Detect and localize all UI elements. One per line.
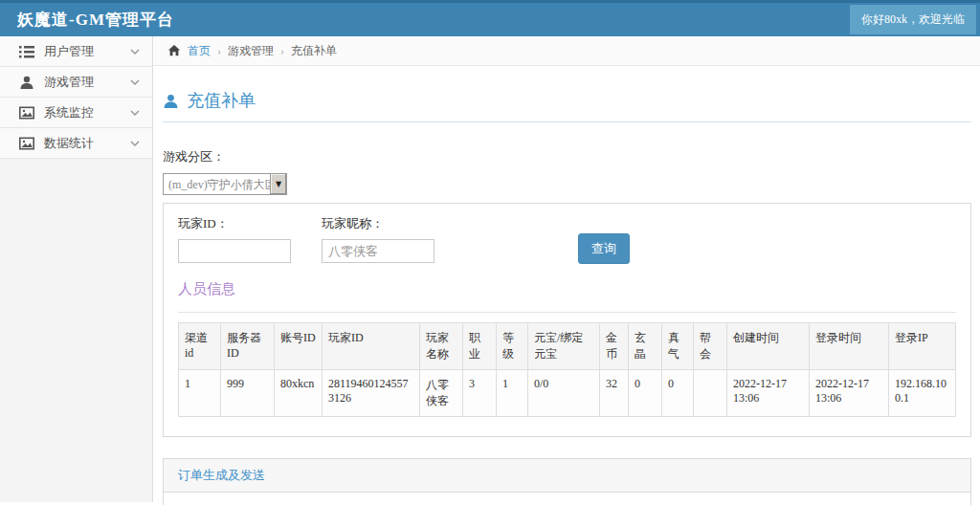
sidebar-item-game-management[interactable]: 游戏管理 (0, 67, 152, 98)
zone-select[interactable]: (m_dev)守护小倩大区 ▼ (163, 173, 287, 195)
top-header-bar: 妖魔道-GM管理平台 你好80xk，欢迎光临 (0, 0, 980, 36)
column-header: 玄晶 (629, 323, 662, 370)
player-id-label: 玩家ID： (178, 215, 291, 232)
table-cell: 八零侠客 (420, 370, 463, 417)
table-cell: 0 (662, 370, 694, 417)
column-header: 金币 (600, 323, 629, 370)
breadcrumb-separator: › (217, 44, 221, 58)
column-header: 职业 (463, 323, 497, 370)
zone-select-label: 游戏分区： (163, 148, 971, 165)
list-icon (19, 44, 34, 59)
breadcrumb-link-home[interactable]: 首页 (188, 43, 211, 59)
search-fields-row: 玩家ID： 玩家昵称： 查询 (178, 215, 956, 264)
order-panel: 订单生成及发送 订单 (163, 458, 971, 505)
order-panel-header[interactable]: 订单生成及发送 (164, 459, 970, 493)
table-cell: 32 (600, 370, 629, 417)
breadcrumb: 首页 › 游戏管理 › 充值补单 (153, 36, 980, 66)
app-title: 妖魔道-GM管理平台 (17, 9, 174, 31)
player-id-input[interactable] (178, 239, 291, 263)
welcome-badge[interactable]: 你好80xk，欢迎光临 (850, 5, 976, 34)
column-header: 元宝/绑定元宝 (528, 323, 600, 370)
table-cell: 1 (179, 370, 221, 417)
image-icon (19, 136, 34, 151)
search-button[interactable]: 查询 (578, 233, 630, 264)
breadcrumb-item-game-management: 游戏管理 (228, 43, 274, 59)
home-icon (167, 44, 181, 57)
sidebar-item-label: 数据统计 (44, 135, 129, 152)
table-cell: 2022-12-17 13:06 (727, 370, 810, 417)
column-header: 创建时间 (727, 323, 810, 370)
zone-select-value: (m_dev)守护小倩大区 (164, 174, 270, 194)
dropdown-arrow-icon[interactable]: ▼ (270, 174, 286, 194)
image-icon (19, 105, 34, 121)
sidebar: 用户管理 游戏管理 系统监控 (0, 36, 153, 502)
table-cell: 0/0 (528, 370, 600, 417)
player-info-section-title: 人员信息 (178, 280, 956, 298)
page-title: 充值补单 (163, 89, 971, 112)
user-icon (19, 75, 34, 90)
chevron-down-icon (129, 107, 141, 119)
table-cell: 80xkcn (275, 370, 323, 417)
player-table: 渠道id服务器ID账号ID玩家ID玩家名称职业等级元宝/绑定元宝金币玄晶真气帮会… (178, 322, 956, 417)
column-header: 账号ID (275, 323, 323, 370)
column-header: 帮会 (694, 323, 727, 370)
column-header: 登录IP (889, 323, 956, 370)
breadcrumb-item-current: 充值补单 (291, 43, 337, 59)
column-header: 服务器ID (221, 323, 275, 370)
table-cell: 281194601245573126 (323, 370, 420, 417)
sidebar-item-data-statistics[interactable]: 数据统计 (0, 128, 152, 159)
breadcrumb-separator: › (280, 44, 284, 58)
nickname-label: 玩家昵称： (322, 215, 434, 232)
title-divider (163, 121, 971, 122)
column-header: 等级 (497, 323, 528, 370)
column-header: 玩家名称 (420, 323, 463, 370)
chevron-down-icon (129, 77, 141, 88)
order-panel-body: 订单 (164, 493, 970, 505)
column-header: 真气 (662, 323, 694, 370)
page-wrapper: 用户管理 游戏管理 系统监控 (0, 36, 980, 502)
table-header-row: 渠道id服务器ID账号ID玩家ID玩家名称职业等级元宝/绑定元宝金币玄晶真气帮会… (179, 323, 956, 370)
sidebar-item-label: 系统监控 (44, 104, 129, 121)
sidebar-item-label: 用户管理 (44, 43, 129, 60)
chevron-down-icon (129, 46, 141, 57)
user-icon (163, 93, 179, 109)
sidebar-item-system-monitor[interactable]: 系统监控 (0, 98, 152, 128)
sidebar-item-user-management[interactable]: 用户管理 (0, 36, 152, 67)
column-header: 玩家ID (323, 323, 420, 370)
table-cell (694, 370, 727, 417)
nickname-input[interactable] (322, 239, 434, 263)
column-header: 渠道id (179, 323, 221, 370)
table-cell: 0 (629, 370, 662, 417)
table-cell: 1 (497, 370, 528, 417)
content: 充值补单 游戏分区： (m_dev)守护小倩大区 ▼ 玩家ID： 玩家昵称： (153, 89, 980, 505)
chevron-down-icon (129, 138, 141, 149)
sidebar-item-label: 游戏管理 (44, 74, 129, 91)
table-cell: 3 (463, 370, 497, 417)
nickname-field-group: 玩家昵称： (322, 215, 434, 263)
table-cell: 999 (221, 370, 275, 417)
table-row: 199980xkcn281194601245573126八零侠客310/0320… (179, 370, 956, 417)
player-id-field-group: 玩家ID： (178, 215, 291, 263)
player-search-panel: 玩家ID： 玩家昵称： 查询 人员信息 渠道id服务器ID账号ID玩家ID玩家名… (163, 203, 971, 437)
table-cell: 192.168.100.1 (889, 370, 956, 417)
main-area: 首页 › 游戏管理 › 充值补单 充值补单 游戏分区： (m_dev)守护小倩大… (153, 36, 980, 502)
table-cell: 2022-12-17 13:06 (810, 370, 889, 417)
section-divider (178, 312, 956, 313)
column-header: 登录时间 (810, 323, 889, 370)
page-title-text: 充值补单 (187, 89, 256, 112)
